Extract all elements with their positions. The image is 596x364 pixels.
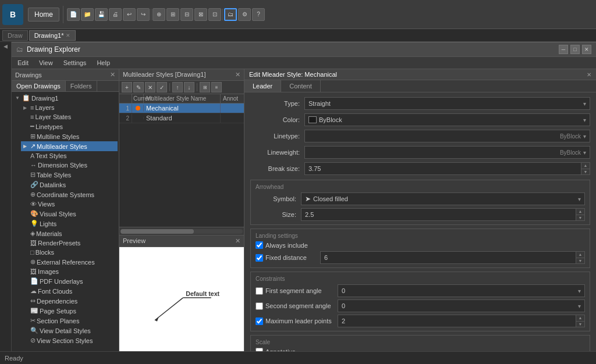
styles-btn-down[interactable]: ↓ bbox=[184, 82, 194, 92]
tree-item-coord[interactable]: ⊕ Coordinate Systems bbox=[21, 190, 118, 199]
toolbar-snap1[interactable]: ⊕ bbox=[152, 8, 165, 21]
tab-folders[interactable]: Folders bbox=[66, 81, 97, 91]
first-seg-select[interactable]: 0 ▾ bbox=[338, 284, 585, 297]
drawing1-tab[interactable]: Drawing1* ✕ bbox=[29, 30, 76, 41]
tree-item-xrefs[interactable]: ⊗ External References bbox=[21, 257, 118, 267]
tree-item-viewsection[interactable]: ⊘ View Section Styles bbox=[21, 336, 118, 345]
toolbar-help[interactable]: ? bbox=[252, 8, 265, 21]
styles-btn-grid1[interactable]: ⊞ bbox=[200, 82, 210, 92]
tree-item-tablestyles[interactable]: ⊟ Table Styles bbox=[21, 170, 118, 180]
fixed-distance-checkbox[interactable] bbox=[256, 254, 263, 262]
toolbar-new[interactable]: 📄 bbox=[67, 8, 80, 21]
breaksize-input[interactable] bbox=[304, 162, 581, 175]
styles-hscroll[interactable] bbox=[119, 227, 244, 235]
menu-view[interactable]: View bbox=[37, 58, 55, 67]
draw-btn[interactable]: Draw bbox=[2, 30, 28, 41]
second-seg-checkbox[interactable] bbox=[256, 302, 263, 310]
breaksize-up[interactable]: ▲ bbox=[581, 163, 590, 169]
drawing1-close[interactable]: ✕ bbox=[66, 33, 70, 38]
breaksize-down[interactable]: ▼ bbox=[581, 169, 590, 175]
tree-item-blocks[interactable]: □ Blocks bbox=[21, 248, 118, 257]
tree-item-deps[interactable]: ⇔ Dependencies bbox=[21, 296, 118, 306]
fixed-distance-input[interactable] bbox=[320, 251, 576, 264]
tree-item-lights[interactable]: 💡 Lights bbox=[21, 219, 118, 229]
hscroll-thumb[interactable] bbox=[120, 229, 194, 234]
styles-btn-new[interactable]: + bbox=[122, 82, 132, 92]
max-leader-spinner[interactable]: ▲ ▼ bbox=[576, 315, 585, 327]
tree-root[interactable]: ▼ 📋 Drawing1 bbox=[13, 93, 118, 103]
fd-up[interactable]: ▲ bbox=[576, 252, 584, 258]
styles-row-2[interactable]: 2 Standard bbox=[119, 113, 244, 123]
max-leader-input[interactable] bbox=[338, 315, 576, 327]
arrowsize-spinner[interactable]: ▲ ▼ bbox=[576, 208, 585, 221]
preview-close[interactable]: ✕ bbox=[235, 237, 240, 245]
max-leader-checkbox[interactable] bbox=[256, 317, 263, 325]
styles-panel-close[interactable]: ✕ bbox=[235, 71, 240, 78]
arrowsize-input[interactable] bbox=[301, 208, 576, 221]
type-select[interactable]: Straight ▾ bbox=[304, 97, 590, 110]
tab-leader[interactable]: Leader bbox=[244, 80, 281, 92]
toolbar-open[interactable]: 📁 bbox=[81, 8, 94, 21]
tree-item-layers[interactable]: ▶ ≡ Layers bbox=[21, 103, 118, 112]
toolbar-save[interactable]: 💾 bbox=[95, 8, 108, 21]
tree-item-pagesetups[interactable]: 📰 Page Setups bbox=[21, 306, 118, 316]
linetype-select[interactable]: ByBlock ▾ bbox=[304, 130, 590, 142]
second-seg-select[interactable]: 0 ▾ bbox=[338, 299, 585, 312]
tree-item-materials[interactable]: ◈ Materials bbox=[21, 229, 118, 238]
toolbar-print[interactable]: 🖨 bbox=[109, 8, 122, 21]
toolbar-explorer[interactable]: 🗂 bbox=[224, 8, 237, 21]
home-tab[interactable]: Home bbox=[28, 8, 59, 22]
tree-item-sections[interactable]: ✂ Section Planes bbox=[21, 316, 118, 326]
always-include-checkbox[interactable] bbox=[256, 241, 263, 249]
drawings-panel-close[interactable]: ✕ bbox=[110, 71, 115, 78]
tree-item-dimstyles[interactable]: ↔ Dimension Styles bbox=[21, 160, 118, 170]
tree-item-multileader[interactable]: ▶ ↗ Multileader Styles bbox=[21, 141, 118, 151]
arrowsize-up[interactable]: ▲ bbox=[576, 209, 584, 215]
toolbar-snap3[interactable]: ⊟ bbox=[180, 8, 193, 21]
color-select[interactable]: ByBlock ▾ bbox=[304, 113, 590, 126]
first-seg-checkbox[interactable] bbox=[256, 287, 263, 295]
tree-item-linetypes[interactable]: ━ Linetypes bbox=[21, 122, 118, 131]
tree-item-pdf[interactable]: 📄 PDF Underlays bbox=[21, 276, 118, 286]
fd-down[interactable]: ▼ bbox=[576, 258, 584, 264]
tab-content[interactable]: Content bbox=[281, 80, 321, 92]
ml-down[interactable]: ▼ bbox=[576, 322, 584, 327]
tree-item-fontclouds[interactable]: ☁ Font Clouds bbox=[21, 286, 118, 296]
explorer-minimize[interactable]: ─ bbox=[559, 45, 568, 54]
lineweight-select[interactable]: ByBlock ▾ bbox=[304, 146, 590, 159]
symbol-select[interactable]: ➤ Closed filled ▾ bbox=[301, 192, 585, 205]
toolbar-snap2[interactable]: ⊞ bbox=[166, 8, 179, 21]
agnotative-checkbox[interactable] bbox=[256, 348, 263, 351]
toolbar-undo[interactable]: ↩ bbox=[123, 8, 136, 21]
tab-open-drawings[interactable]: Open Drawings bbox=[12, 81, 66, 91]
edit-panel-close[interactable]: ✕ bbox=[587, 72, 591, 78]
arrowsize-down[interactable]: ▼ bbox=[576, 215, 584, 221]
tree-item-layer-states[interactable]: ≡ Layer States bbox=[21, 112, 118, 122]
explorer-restore[interactable]: □ bbox=[570, 45, 580, 54]
tree-item-datalinks[interactable]: 🔗 Datalinks bbox=[21, 180, 118, 190]
explorer-close[interactable]: ✕ bbox=[582, 45, 591, 54]
toolbar-snap5[interactable]: ⊡ bbox=[208, 8, 221, 21]
breaksize-spinner[interactable]: ▲ ▼ bbox=[581, 162, 590, 175]
tree-item-views[interactable]: 👁 Views bbox=[21, 199, 118, 209]
sidebar-label[interactable]: ▶ bbox=[3, 44, 9, 50]
tree-item-visual[interactable]: 🎨 Visual Styles bbox=[21, 209, 118, 219]
toolbar-settings[interactable]: ⚙ bbox=[238, 8, 251, 21]
menu-edit[interactable]: Edit bbox=[15, 58, 31, 67]
menu-settings[interactable]: Settings bbox=[61, 58, 89, 67]
styles-btn-grid2[interactable]: ≡ bbox=[211, 82, 222, 92]
styles-row-1[interactable]: 1 Mechanical bbox=[119, 104, 244, 113]
tree-item-viewdetail[interactable]: 🔍 View Detail Styles bbox=[21, 326, 118, 336]
ml-up[interactable]: ▲ bbox=[576, 315, 584, 322]
tree-item-multiline[interactable]: ⊞ Multiline Styles bbox=[21, 131, 118, 141]
toolbar-redo[interactable]: ↪ bbox=[137, 8, 150, 21]
tree-item-renderpresets[interactable]: 🖼 RenderPresets bbox=[21, 238, 118, 248]
styles-btn-activate[interactable]: ✓ bbox=[157, 82, 167, 92]
toolbar-snap4[interactable]: ⊠ bbox=[194, 8, 207, 21]
styles-btn-delete[interactable]: ✕ bbox=[145, 82, 155, 92]
fixed-distance-spinner[interactable]: ▲ ▼ bbox=[576, 251, 585, 264]
tree-item-images[interactable]: 🖼 Images bbox=[21, 267, 118, 276]
styles-btn-up[interactable]: ↑ bbox=[172, 82, 183, 92]
tree-item-text[interactable]: A Text Styles bbox=[21, 151, 118, 160]
styles-btn-edit[interactable]: ✎ bbox=[133, 82, 144, 92]
